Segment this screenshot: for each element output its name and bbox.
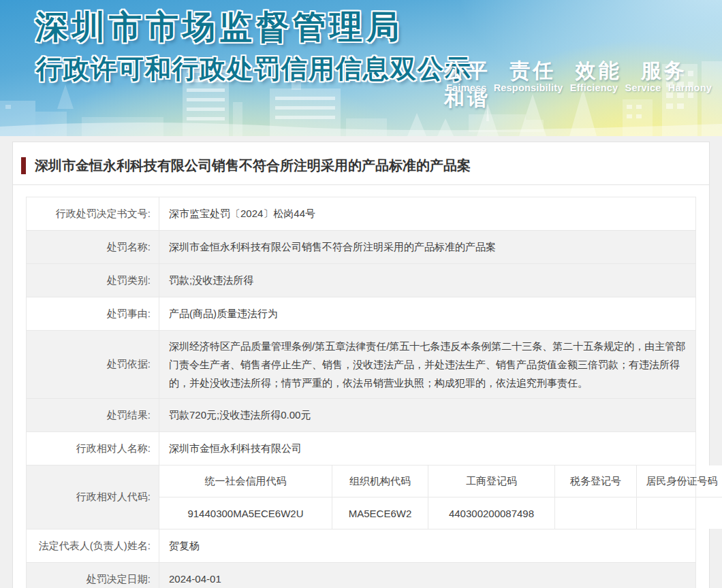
table-row: 处罚事由: 产品(商品)质量违法行为 bbox=[27, 297, 696, 331]
row-label: 行政相对人名称: bbox=[27, 432, 159, 466]
code-value: 91440300MA5ECE6W2U bbox=[159, 497, 332, 529]
row-label: 行政相对人代码: bbox=[27, 466, 159, 529]
table-row: 处罚类别: 罚款;没收违法所得 bbox=[27, 264, 696, 297]
table-row: 处罚名称: 深圳市金恒永利科技有限公司销售不符合所注明采用的产品标准的产品案 bbox=[27, 231, 696, 264]
banner-subtitle: 行政许可和行政处罚信用信息双公示 bbox=[36, 52, 472, 86]
row-value: 深圳经济特区产品质量管理条例/第五章法律责任/第五十七条违反本条例第二十三条、第… bbox=[159, 331, 696, 399]
code-value: 440300200087498 bbox=[428, 497, 555, 529]
column-header: 工商登记码 bbox=[428, 466, 555, 497]
row-label: 处罚名称: bbox=[27, 231, 159, 264]
column-header: 居民身份证号码 bbox=[637, 466, 722, 497]
code-value: MA5ECE6W2 bbox=[332, 497, 428, 529]
party-codes-table: 统一社会信用代码 组织机构代码 工商登记码 税务登记号 居民身份证号码 9144… bbox=[159, 466, 722, 529]
row-label: 处罚事由: bbox=[27, 297, 159, 331]
slogan-english: Faimess Responsibility Efficiency Servic… bbox=[446, 82, 712, 93]
table-row: 行政处罚决定书文号: 深市监宝处罚〔2024〕松岗44号 bbox=[27, 197, 696, 231]
table-row: 处罚决定日期: 2024-04-01 bbox=[27, 563, 696, 588]
code-value bbox=[637, 497, 722, 529]
table-row: 处罚结果: 罚款720元;没收违法所得0.00元 bbox=[27, 399, 696, 432]
row-value: 深圳市金恒永利科技有限公司 bbox=[159, 432, 696, 466]
row-label: 法定代表人(负责人)姓名: bbox=[27, 529, 159, 563]
title-accent-bar bbox=[21, 157, 26, 174]
party-codes-value-row: 91440300MA5ECE6W2U MA5ECE6W2 44030020008… bbox=[159, 497, 722, 529]
org-name-title: 深圳市市场监督管理局 bbox=[35, 5, 403, 49]
row-label: 处罚结果: bbox=[27, 399, 159, 432]
penalty-info-table: 行政处罚决定书文号: 深市监宝处罚〔2024〕松岗44号 处罚名称: 深圳市金恒… bbox=[26, 197, 696, 588]
table-row-party-codes: 行政相对人代码: 统一社会信用代码 组织机构代码 工商登记码 税务登记号 居民身… bbox=[27, 466, 696, 529]
table-row: 处罚依据: 深圳经济特区产品质量管理条例/第五章法律责任/第五十七条违反本条例第… bbox=[27, 331, 696, 399]
header-banner: 深圳市市场监督管理局 行政许可和行政处罚信用信息双公示 公平 责任 效能 服务 … bbox=[0, 0, 722, 136]
penalty-table-wrap: 行政处罚决定书文号: 深市监宝处罚〔2024〕松岗44号 处罚名称: 深圳市金恒… bbox=[13, 185, 709, 588]
page-title: 深圳市金恒永利科技有限公司销售不符合所注明采用的产品标准的产品案 bbox=[35, 157, 471, 174]
table-row: 法定代表人(负责人)姓名: 贺复杨 bbox=[27, 529, 696, 563]
row-value: 深市监宝处罚〔2024〕松岗44号 bbox=[159, 197, 696, 231]
column-header: 税务登记号 bbox=[555, 466, 637, 497]
row-label: 行政处罚决定书文号: bbox=[27, 197, 159, 231]
row-value: 贺复杨 bbox=[159, 529, 696, 563]
content-card: 深圳市金恒永利科技有限公司销售不符合所注明采用的产品标准的产品案 行政处罚决定书… bbox=[12, 142, 710, 588]
row-value: 2024-04-01 bbox=[159, 563, 696, 588]
column-header: 统一社会信用代码 bbox=[159, 466, 332, 497]
table-row: 行政相对人名称: 深圳市金恒永利科技有限公司 bbox=[27, 432, 696, 466]
code-value bbox=[555, 497, 637, 529]
column-header: 组织机构代码 bbox=[332, 466, 428, 497]
row-label: 处罚依据: bbox=[27, 331, 159, 399]
party-codes-header-row: 统一社会信用代码 组织机构代码 工商登记码 税务登记号 居民身份证号码 bbox=[159, 466, 722, 497]
party-codes-cell: 统一社会信用代码 组织机构代码 工商登记码 税务登记号 居民身份证号码 9144… bbox=[159, 466, 696, 529]
row-value: 罚款720元;没收违法所得0.00元 bbox=[159, 399, 696, 432]
row-label: 处罚类别: bbox=[27, 264, 159, 297]
row-value: 罚款;没收违法所得 bbox=[159, 264, 696, 297]
row-value: 产品(商品)质量违法行为 bbox=[159, 297, 696, 331]
row-value: 深圳市金恒永利科技有限公司销售不符合所注明采用的产品标准的产品案 bbox=[159, 231, 696, 264]
row-label: 处罚决定日期: bbox=[27, 563, 159, 588]
page-title-block: 深圳市金恒永利科技有限公司销售不符合所注明采用的产品标准的产品案 bbox=[13, 142, 709, 185]
